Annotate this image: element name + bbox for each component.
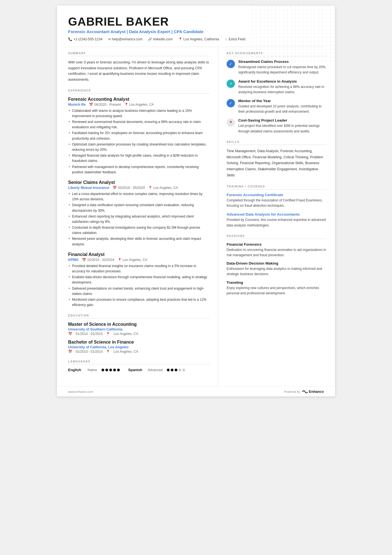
edu-dates-2: 01/2010 - 01/2014 xyxy=(76,350,103,354)
calendar-icon-1: 📅 xyxy=(89,103,93,107)
achievement-3: ✓ Mentor of the Year Guided and develope… xyxy=(227,99,327,114)
bullet: Enabled data-driven decisions through co… xyxy=(68,275,210,285)
candidate-name: GABRIEL BAKER xyxy=(68,15,324,28)
dot xyxy=(109,369,112,371)
edu-meta-1: 📅 01/2014 - 01/2015 📍 Los Angeles, CA xyxy=(68,332,210,336)
bullet: Delivered presentations on market trends… xyxy=(68,286,210,297)
pin-icon-1: 📍 xyxy=(124,103,128,107)
training-title-2: Advanced Data Analysis for Accountants xyxy=(227,212,327,216)
languages-label: LANGUAGES xyxy=(68,360,210,364)
bullet: Monitored claim processes to ensure comp… xyxy=(68,297,210,308)
pin-icon-2: 📍 xyxy=(148,186,152,190)
skills-label: SKILLS xyxy=(227,140,327,145)
achievement-desc-3: Guided and developed 10 junior analysts,… xyxy=(238,104,327,114)
footer-powered: Powered by Enhancv xyxy=(284,389,324,394)
training-title-1: Forensic Accounting Certificate xyxy=(227,193,327,197)
main-layout: SUMMARY With over 3 years in forensic ac… xyxy=(57,47,335,386)
edu-school-2: University of California, Los Angeles xyxy=(68,345,210,349)
pin-icon-3: 📍 xyxy=(118,258,122,262)
dot xyxy=(105,369,108,371)
dot xyxy=(175,369,177,371)
bullet: Designed a data verification system ensu… xyxy=(68,203,210,213)
powered-by-text: Powered by xyxy=(284,390,300,393)
phone-text: +1-(234)-555-1234 xyxy=(73,37,103,41)
contact-location: 📍 Los Angeles, California xyxy=(178,37,219,41)
edu-dates-1: 01/2014 - 01/2015 xyxy=(76,332,103,336)
edu-masters: Master of Science in Accounting Universi… xyxy=(68,322,210,336)
contact-phone: 📞 +1-(234)-555-1234 xyxy=(68,37,103,41)
job-financial-analyst: Financial Analyst KPMG 📅 10/2015 - 02/20… xyxy=(68,252,210,308)
summary-section: SUMMARY With over 3 years in forensic ac… xyxy=(68,51,210,83)
candidate-title: Forensic Accountant Analyst | Data Analy… xyxy=(68,29,324,34)
achievement-desc-4: Led project that identified over $3M in … xyxy=(238,123,327,134)
training-2: Advanced Data Analysis for Accountants P… xyxy=(227,212,327,228)
job-company-1: Munich Re xyxy=(68,103,86,107)
passion-3: Traveling Enjoy exploring new cultures a… xyxy=(227,280,327,296)
achievement-title-4: Cost-Saving Project Leader xyxy=(238,118,327,122)
job-location-2: 📍 Los Angeles, CA xyxy=(148,186,178,190)
passions-label: PASSIONS xyxy=(227,234,327,239)
job-meta-1: Munich Re 📅 06/2020 - Present 📍 Los Ange… xyxy=(68,103,210,107)
summary-label: SUMMARY xyxy=(68,51,210,56)
job-title-1: Forensic Accounting Analyst xyxy=(68,97,210,102)
bullet: Optimized claim presentation processes b… xyxy=(68,142,210,152)
training-desc-1: Completed through the Association of Cer… xyxy=(227,198,327,208)
achievement-4: 📍 Cost-Saving Project Leader Led project… xyxy=(227,118,327,134)
lang-english-level: Native xyxy=(88,368,97,372)
job-bullets-3: Provided detailed financial insights on … xyxy=(68,263,210,308)
footer-url: www.enhancv.com xyxy=(68,390,93,393)
phone-icon: 📞 xyxy=(68,37,72,41)
training-label: TRAINING / COURSES xyxy=(227,185,327,189)
bullet: Led a cross-departmental effort to resol… xyxy=(68,191,210,202)
job-bullets-1: Collaborated with teams to analyze busin… xyxy=(68,108,210,175)
edu-meta-2: 📅 01/2010 - 01/2014 📍 Los Angeles, CA xyxy=(68,350,210,354)
experience-label: EXPERIENCE xyxy=(68,89,210,93)
linkedin-icon: 🔗 xyxy=(148,37,152,41)
job-dates-3: 📅 10/2015 - 02/2018 xyxy=(82,258,114,262)
left-column: SUMMARY With over 3 years in forensic ac… xyxy=(57,47,218,386)
job-company-3: KPMG xyxy=(68,258,79,262)
summary-text: With over 3 years in forensic accounting… xyxy=(68,60,210,83)
passion-title-2: Data-Driven Decision Making xyxy=(227,261,327,265)
job-dates-1: 📅 06/2020 - Present xyxy=(89,103,121,107)
job-forensic-accounting-analyst: Forensic Accounting Analyst Munich Re 📅 … xyxy=(68,97,210,175)
job-meta-2: Liberty Mutual Insurance 📅 03/2018 - 05/… xyxy=(68,186,210,190)
contact-linkedin: 🔗 linkedin.com xyxy=(148,37,172,41)
bullet: Provided detailed financial insights on … xyxy=(68,263,210,274)
passion-1: Financial Forensics Dedication to uncove… xyxy=(227,242,327,258)
passion-title-1: Financial Forensics xyxy=(227,242,327,246)
check-icon-2: ✓ xyxy=(227,99,235,107)
languages-row: English Native Spanish Advanced xyxy=(68,368,210,372)
trend-icon: ↗ xyxy=(227,80,235,88)
bullet: Facilitated training for 20+ employees o… xyxy=(68,130,210,141)
achievements-label: KEY ACHIEVEMENTS xyxy=(227,51,327,56)
edu-school-1: University of Southern California xyxy=(68,327,210,331)
edu-loc-1: Los Angeles, CA xyxy=(113,332,138,336)
enhancv-logo: Enhancv xyxy=(302,389,324,394)
calendar-icon-2: 📅 xyxy=(113,186,117,190)
achievement-1: ✓ Streamlined Claims Process Redesigned … xyxy=(227,60,327,75)
lang-english-name: English xyxy=(68,368,85,372)
achievement-title-1: Streamlined Claims Process xyxy=(238,60,327,64)
lang-english-dots xyxy=(101,369,120,371)
skills-section: SKILLS Time Management, Data Analysis, F… xyxy=(227,140,327,179)
job-company-2: Liberty Mutual Insurance xyxy=(68,186,109,190)
dot xyxy=(178,369,181,371)
bullet: Mentored junior analysts, developing the… xyxy=(68,236,210,247)
job-senior-claims-analyst: Senior Claims Analyst Liberty Mutual Ins… xyxy=(68,180,210,247)
education-label: EDUCATION xyxy=(68,314,210,319)
passions-section: PASSIONS Financial Forensics Dedication … xyxy=(227,234,327,296)
job-meta-3: KPMG 📅 10/2015 - 02/2018 📍 Los Angeles, … xyxy=(68,258,210,262)
contact-extra: ☆ Extra Field xyxy=(225,37,245,41)
dot xyxy=(113,369,116,371)
job-bullets-2: Led a cross-departmental effort to resol… xyxy=(68,191,210,247)
footer: www.enhancv.com Powered by Enhancv xyxy=(57,386,335,396)
passion-2: Data-Driven Decision Making Enthusiasm f… xyxy=(227,261,327,277)
dot xyxy=(171,369,173,371)
bullet: Partnered with management to develop com… xyxy=(68,164,210,175)
star-icon: ☆ xyxy=(225,37,228,41)
skills-text: Time Management, Data Analysis, Forensic… xyxy=(227,148,327,179)
experience-section: EXPERIENCE Forensic Accounting Analyst M… xyxy=(68,89,210,308)
contact-bar: 📞 +1-(234)-555-1234 ✉ help@enhancv.com 🔗… xyxy=(68,37,324,41)
achievements-section: KEY ACHIEVEMENTS ✓ Streamlined Claims Pr… xyxy=(227,51,327,134)
